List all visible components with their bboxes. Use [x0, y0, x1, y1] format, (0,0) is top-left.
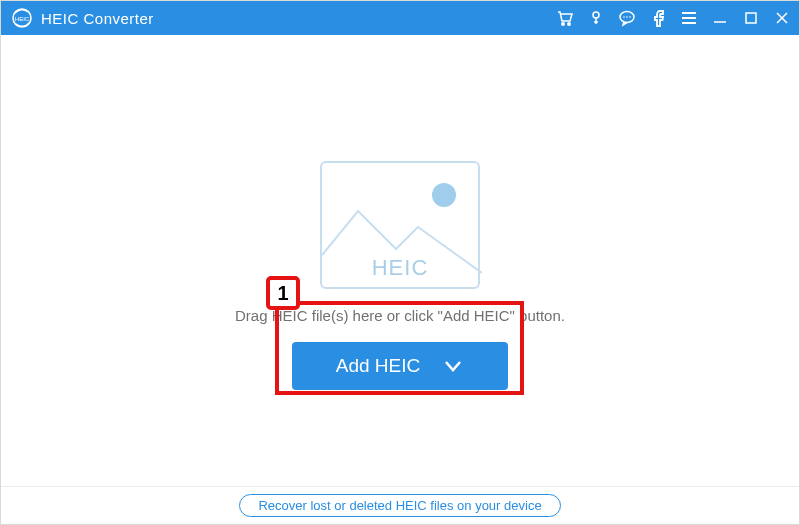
svg-rect-9 — [746, 13, 756, 23]
add-button-container: Add HEIC — [292, 342, 508, 390]
chevron-down-icon — [442, 355, 464, 377]
maximize-icon[interactable] — [742, 9, 760, 27]
cart-icon[interactable] — [556, 9, 574, 27]
svg-text:HEIC: HEIC — [15, 16, 30, 22]
app-title: HEIC Converter — [41, 10, 154, 27]
minimize-icon[interactable] — [711, 9, 729, 27]
annotation-callout-number: 1 — [277, 282, 288, 305]
title-left: HEIC HEIC Converter — [11, 7, 154, 29]
add-heic-button-label: Add HEIC — [336, 355, 420, 377]
menu-icon[interactable] — [680, 9, 698, 27]
titlebar-icons — [556, 9, 791, 27]
svg-point-7 — [626, 16, 628, 18]
recover-files-link[interactable]: Recover lost or deleted HEIC files on yo… — [239, 494, 560, 517]
facebook-icon[interactable] — [649, 9, 667, 27]
app-window: HEIC HEIC Converter HEIC Drag HEIC file(… — [0, 0, 800, 525]
svg-point-8 — [629, 16, 631, 18]
svg-point-6 — [623, 16, 625, 18]
drop-hint-text: Drag HEIC file(s) here or click "Add HEI… — [235, 307, 565, 324]
app-logo-icon: HEIC — [11, 7, 33, 29]
heic-placeholder-illustration: HEIC — [320, 161, 480, 289]
add-heic-button[interactable]: Add HEIC — [292, 342, 508, 390]
speech-icon[interactable] — [618, 9, 636, 27]
svg-point-4 — [593, 12, 599, 18]
svg-point-2 — [562, 23, 564, 25]
key-icon[interactable] — [587, 9, 605, 27]
heic-illustration-label: HEIC — [322, 255, 478, 281]
footer: Recover lost or deleted HEIC files on yo… — [1, 486, 799, 524]
close-icon[interactable] — [773, 9, 791, 27]
main-content: HEIC Drag HEIC file(s) here or click "Ad… — [1, 35, 799, 486]
titlebar: HEIC HEIC Converter — [1, 1, 799, 35]
svg-point-3 — [568, 23, 570, 25]
annotation-callout-badge: 1 — [266, 276, 300, 310]
